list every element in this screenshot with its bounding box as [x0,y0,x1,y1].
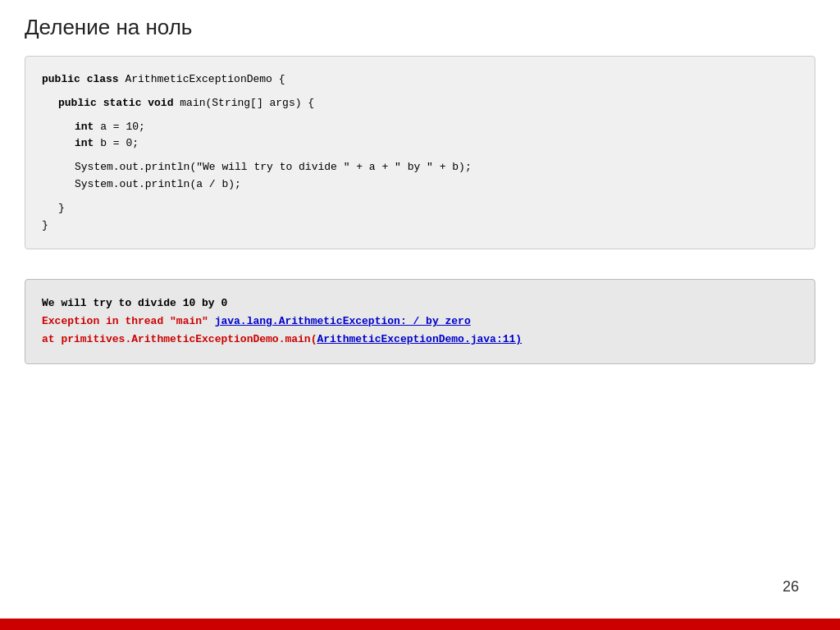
code-line-4: int b = 0; [42,135,798,153]
output-at-link: ArithmeticExceptionDemo.java:11) [317,333,522,345]
code-block: public class ArithmeticExceptionDemo { p… [25,56,815,249]
page-number: 26 [783,578,799,596]
code-line-1: public class ArithmeticExceptionDemo { [42,71,798,89]
output-block: We will try to divide 10 by 0 Exception … [25,279,815,364]
code-line-2: public static void main(String[] args) { [42,95,798,112]
output-line-1: We will try to divide 10 by 0 [42,294,798,313]
keyword-public: public [42,73,80,85]
code-line-6: System.out.println(a / b); [42,176,798,194]
output-at-prefix: at primitives.ArithmeticExceptionDemo.ma… [42,333,317,345]
keyword-int1: int [75,121,94,133]
output-error-prefix: Exception in thread "main" [42,315,215,327]
code-line-7: } [42,200,798,217]
keyword-int2: int [75,137,94,149]
code-line-3: int a = 10; [42,119,798,136]
keyword-class: class [87,73,119,85]
keyword-static: static [103,97,142,109]
output-line-3: at primitives.ArithmeticExceptionDemo.ma… [42,331,798,349]
code-line-8: } [42,217,798,235]
bottom-bar [0,619,840,630]
keyword-void: void [148,97,173,109]
code-line-5: System.out.println("We will try to divid… [42,159,798,176]
output-error-link: java.lang.ArithmeticException: / by zero [215,315,471,327]
output-line-2: Exception in thread "main" java.lang.Ari… [42,313,798,331]
keyword-public2: public [58,97,97,109]
page-title: Деление на ноль [25,15,192,40]
